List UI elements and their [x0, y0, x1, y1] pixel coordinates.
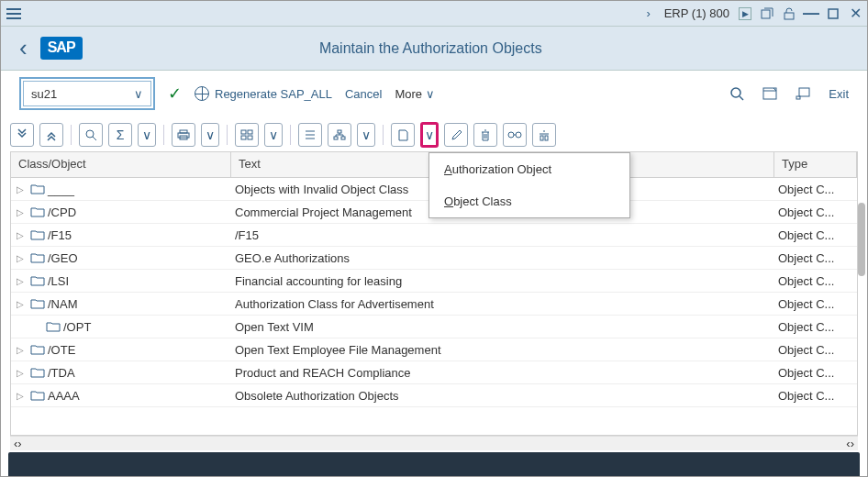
table-row[interactable]: ▷/LSIFinancial accounting for leasingObj… — [11, 270, 857, 293]
hamburger-menu-icon[interactable] — [6, 8, 21, 19]
expand-all-button[interactable] — [10, 123, 34, 147]
system-label: ERP (1) 800 — [664, 6, 729, 20]
regenerate-button[interactable]: Regenerate SAP_ALL — [195, 86, 332, 101]
menu-authorization-object[interactable]: Authorization Object — [429, 153, 629, 185]
folder-icon — [30, 298, 45, 309]
object-name: /LSI — [48, 274, 69, 288]
svg-point-3 — [731, 88, 740, 97]
check-icon[interactable]: ✓ — [168, 83, 182, 104]
object-name: /OPT — [63, 320, 91, 334]
where-used-button[interactable] — [532, 123, 556, 147]
layout-icon[interactable] — [762, 87, 777, 100]
folder-icon — [30, 344, 45, 355]
sum-dropdown[interactable]: ∨ — [138, 123, 156, 147]
hierarchy-button[interactable] — [328, 123, 351, 147]
svg-line-10 — [93, 137, 96, 140]
expand-icon[interactable]: ▷ — [17, 253, 28, 263]
more-button[interactable]: More ∨ — [395, 87, 434, 101]
expand-icon[interactable]: ▷ — [17, 276, 28, 286]
col-class-object[interactable]: Class/Object — [11, 152, 231, 177]
hierarchy-dropdown[interactable]: ∨ — [357, 123, 375, 147]
object-type: Object C... — [774, 205, 857, 219]
object-name: ____ — [48, 183, 74, 196]
print-dropdown[interactable]: ∨ — [201, 123, 219, 147]
create-button[interactable] — [391, 123, 415, 147]
object-type: Object C... — [774, 389, 857, 403]
svg-rect-14 — [241, 130, 246, 134]
display-button[interactable] — [503, 123, 527, 147]
vertical-scrollbar[interactable] — [858, 203, 865, 276]
svg-line-4 — [740, 96, 743, 100]
svg-rect-22 — [334, 137, 338, 139]
table-row[interactable]: ▷/GEOGEO.e AuthorizationsObject C... — [11, 247, 857, 270]
object-text: /F15 — [231, 228, 774, 242]
delete-button[interactable] — [473, 123, 497, 147]
chevron-right-icon[interactable]: › — [642, 7, 655, 20]
tcode-input[interactable]: su21 ∨ — [23, 81, 151, 106]
svg-rect-23 — [341, 137, 345, 139]
table-row[interactable]: ▷/TDAProduct and REACH ComplianceObject … — [11, 361, 857, 384]
svg-rect-1 — [785, 13, 794, 19]
folder-icon — [30, 206, 45, 217]
object-name: /CPD — [48, 205, 76, 219]
list-button[interactable] — [298, 123, 322, 147]
object-type: Object C... — [774, 343, 857, 357]
object-type: Object C... — [774, 274, 857, 288]
maximize-icon[interactable] — [827, 7, 840, 20]
tcode-value: su21 — [31, 87, 57, 101]
find-button[interactable] — [79, 123, 103, 147]
expand-icon[interactable]: ▷ — [17, 230, 28, 240]
expand-icon[interactable]: ▷ — [17, 368, 28, 378]
horizontal-scrollbar[interactable]: ‹›‹› — [10, 436, 858, 450]
exit-button[interactable]: Exit — [829, 87, 849, 101]
expand-icon[interactable]: ▷ — [17, 299, 28, 309]
unlock-icon[interactable] — [783, 7, 796, 20]
folder-icon — [30, 183, 45, 194]
object-text: Financial accounting for leasing — [231, 274, 774, 288]
new-window-icon[interactable] — [761, 7, 773, 20]
svg-rect-7 — [799, 88, 809, 96]
detach-icon[interactable] — [796, 87, 810, 100]
print-button[interactable] — [172, 123, 195, 147]
folder-icon — [46, 321, 61, 332]
close-icon[interactable]: ✕ — [849, 7, 862, 20]
menu-object-class[interactable]: Object Class — [429, 185, 629, 217]
minimize-icon[interactable]: — — [805, 7, 818, 20]
chevron-down-icon[interactable]: ∨ — [134, 87, 143, 101]
object-type: Object C... — [774, 297, 857, 311]
object-type: Object C... — [774, 183, 857, 196]
table-row[interactable]: ▷AAAAObsolete Authorization ObjectsObjec… — [11, 384, 857, 407]
globe-icon — [195, 86, 209, 101]
object-name: AAAA — [48, 389, 80, 403]
table-row[interactable]: ▷/F15/F15Object C... — [11, 224, 857, 247]
export-dropdown[interactable]: ∨ — [264, 123, 283, 147]
folder-icon — [30, 275, 45, 286]
expand-icon[interactable]: ▷ — [17, 207, 28, 217]
svg-rect-16 — [241, 136, 246, 139]
table-row[interactable]: ▷/OTEOpen Text Employee File ManagementO… — [11, 338, 857, 361]
col-type[interactable]: Type — [774, 152, 857, 177]
cancel-button[interactable]: Cancel — [345, 87, 382, 101]
play-icon[interactable]: ▶ — [739, 7, 751, 20]
object-name: /TDA — [48, 366, 75, 380]
back-button[interactable]: ‹ — [19, 34, 28, 62]
export-button[interactable] — [235, 123, 259, 147]
folder-icon — [30, 390, 45, 401]
svg-point-25 — [516, 132, 521, 138]
table-row[interactable]: ▷/NAMAuthorization Class for Advertiseme… — [11, 293, 857, 316]
object-type: Object C... — [774, 320, 857, 334]
svg-rect-8 — [796, 96, 800, 99]
header: ‹ SAP Maintain the Authorization Objects — [1, 27, 867, 71]
expand-icon[interactable]: ▷ — [17, 184, 28, 194]
object-text: Product and REACH Compliance — [231, 366, 774, 380]
search-icon[interactable] — [729, 86, 744, 101]
sum-button[interactable]: Σ — [108, 123, 132, 147]
expand-icon[interactable]: ▷ — [17, 345, 28, 355]
folder-icon — [30, 367, 45, 378]
edit-button[interactable] — [444, 123, 468, 147]
action-bar: su21 ∨ ✓ Regenerate SAP_ALL Cancel More … — [1, 71, 867, 116]
create-dropdown[interactable]: ∨ — [420, 122, 439, 148]
expand-icon[interactable]: ▷ — [17, 391, 28, 401]
table-row[interactable]: /OPTOpen Text VIMObject C... — [11, 316, 857, 338]
collapse-all-button[interactable] — [39, 123, 63, 147]
